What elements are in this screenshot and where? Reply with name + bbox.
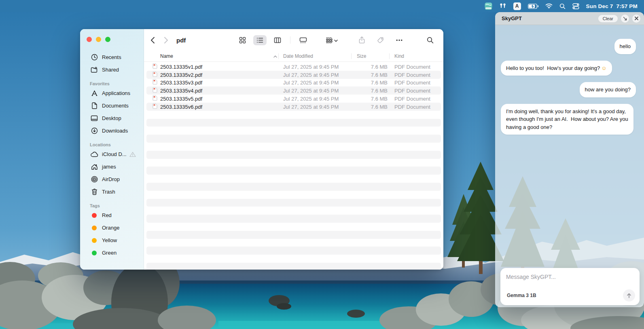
sidebar-tag-yellow[interactable]: Yellow: [80, 234, 144, 247]
table-row[interactable]: 2503.13335v4.pdf Jul 27, 2025 at 9:45 PM…: [146, 86, 441, 95]
forward-button[interactable]: [164, 37, 168, 44]
control-center-icon[interactable]: [572, 2, 579, 10]
empty-row: [146, 127, 441, 135]
file-date: Jul 27, 2025 at 9:45 PM: [283, 103, 339, 110]
table-row[interactable]: 2503.13335v3.pdf Jul 27, 2025 at 9:45 PM…: [146, 79, 441, 87]
file-size: 7.6 MB: [351, 72, 388, 78]
empty-row: [146, 143, 441, 151]
sidebar-item-label: Shared: [102, 67, 119, 73]
model-selector[interactable]: Gemma 3 1B: [507, 293, 536, 298]
pdf-file-icon: [153, 71, 157, 78]
popout-icon[interactable]: [621, 15, 629, 23]
table-row[interactable]: 2503.13335v2.pdf Jul 27, 2025 at 9:45 PM…: [146, 71, 441, 79]
sidebar-tag-red[interactable]: Red: [80, 209, 144, 221]
empty-row: [146, 231, 441, 239]
input-source-icon[interactable]: A: [513, 2, 521, 10]
close-window-button[interactable]: [87, 37, 92, 42]
list-column-header: Name Date Modified Size Kind: [144, 51, 443, 62]
column-header-size[interactable]: Size: [357, 53, 366, 59]
close-icon[interactable]: [632, 15, 640, 23]
gallery-view-button[interactable]: [296, 35, 310, 45]
chat-message-list: hello Hello to you too! How's your day g…: [495, 25, 644, 265]
sidebar-item-trash[interactable]: Trash: [80, 186, 144, 198]
sidebar-item-label: Yellow: [102, 237, 117, 243]
clear-button[interactable]: Clear: [598, 15, 618, 22]
empty-row: [146, 151, 441, 159]
sidebar-item-recents[interactable]: Recents: [80, 51, 144, 63]
send-button[interactable]: [623, 289, 635, 302]
pdf-file-icon: [153, 87, 157, 94]
smiley-emoji: ☺: [601, 65, 606, 71]
empty-row: [146, 199, 441, 207]
more-options-button[interactable]: [393, 37, 406, 43]
orange-tag-icon: [90, 224, 98, 232]
table-row[interactable]: 2503.13335v5.pdf Jul 27, 2025 at 9:45 PM…: [146, 95, 441, 103]
file-kind: PDF Document: [394, 72, 430, 78]
sidebar-item-icloud[interactable]: iCloud D...: [80, 148, 144, 160]
downloads-icon: [90, 127, 98, 135]
pdf-file-icon: [153, 79, 157, 86]
file-date: Jul 27, 2025 at 9:45 PM: [283, 63, 339, 70]
minimize-window-button[interactable]: [96, 37, 101, 42]
sidebar-tag-green[interactable]: Green: [80, 247, 144, 259]
file-date: Jul 27, 2025 at 9:45 PM: [283, 72, 339, 78]
search-icon[interactable]: [424, 35, 437, 46]
chevron-down-icon: [334, 36, 338, 44]
desktop: A Sun Dec 7 7:57 PM: [0, 0, 644, 329]
cloud-icon: [90, 150, 98, 158]
back-button[interactable]: [150, 37, 155, 44]
file-date: Jul 27, 2025 at 9:45 PM: [283, 96, 339, 102]
empty-row: [146, 263, 441, 270]
shared-folder-icon: [90, 66, 98, 74]
sidebar-item-label: Downloads: [102, 128, 128, 134]
empty-row: [146, 135, 441, 143]
column-view-button[interactable]: [271, 35, 284, 45]
file-kind: PDF Document: [394, 63, 430, 70]
icon-view-button[interactable]: [236, 35, 249, 46]
file-name: 2503.13335v5.pdf: [160, 96, 202, 102]
sidebar-item-downloads[interactable]: Downloads: [80, 124, 144, 137]
sidebar-item-desktop[interactable]: Desktop: [80, 112, 144, 124]
sidebar-item-label: AirDrop: [102, 176, 120, 182]
file-name: 2503.13335v3.pdf: [160, 80, 202, 86]
finder-content: pdf N: [144, 29, 443, 270]
window-title: pdf: [176, 37, 186, 44]
table-row[interactable]: 2503.13335v1.pdf Jul 27, 2025 at 9:45 PM…: [146, 63, 441, 71]
column-header-kind[interactable]: Kind: [394, 53, 404, 59]
tag-button[interactable]: [374, 35, 387, 46]
finder-window: Recents Shared Favorites Applications Do…: [80, 29, 443, 270]
sidebar-item-home[interactable]: james: [80, 160, 144, 173]
sidebar-item-applications[interactable]: Applications: [80, 87, 144, 99]
sidebar-item-label: Red: [102, 212, 112, 218]
empty-row: [146, 111, 441, 119]
column-header-name[interactable]: Name: [160, 53, 173, 59]
zoom-window-button[interactable]: [105, 37, 110, 42]
warning-icon: [129, 152, 136, 157]
file-size: 7.6 MB: [351, 96, 388, 102]
column-header-date-modified[interactable]: Date Modified: [283, 53, 313, 59]
file-kind: PDF Document: [394, 80, 430, 86]
share-button[interactable]: [356, 34, 368, 46]
message-input[interactable]: [506, 274, 634, 280]
spotlight-icon[interactable]: [559, 2, 566, 10]
sidebar-item-shared[interactable]: Shared: [80, 63, 144, 76]
sidebar-item-label: Green: [102, 250, 117, 256]
group-by-button[interactable]: [322, 34, 341, 46]
file-size: 7.6 MB: [351, 80, 388, 86]
sidebar-item-documents[interactable]: Documents: [80, 99, 144, 112]
home-icon: [90, 163, 98, 171]
sidebar-item-airdrop[interactable]: AirDrop: [80, 173, 144, 186]
table-row[interactable]: 2503.13335v6.pdf Jul 27, 2025 at 9:45 PM…: [146, 103, 441, 111]
list-view-button[interactable]: [253, 35, 267, 45]
wifi-icon[interactable]: [545, 2, 553, 10]
app-menu-icon[interactable]: [485, 2, 492, 10]
panel-title: SkyGPT: [502, 15, 522, 21]
finder-toolbar: pdf: [144, 29, 443, 51]
finder-sidebar: Recents Shared Favorites Applications Do…: [80, 29, 144, 270]
menubar-clock[interactable]: Sun Dec 7 7:57 PM: [586, 3, 638, 9]
empty-row: [146, 255, 441, 263]
battery-icon[interactable]: [528, 2, 538, 10]
sidebar-item-label: Orange: [102, 225, 119, 231]
sidebar-tag-orange[interactable]: Orange: [80, 221, 144, 234]
airpods-icon[interactable]: [499, 2, 506, 10]
